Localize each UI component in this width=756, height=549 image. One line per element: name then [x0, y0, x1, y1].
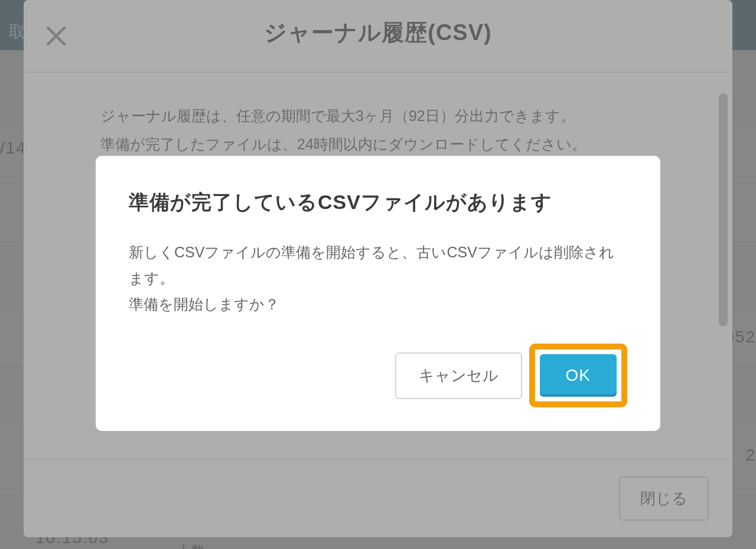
confirm-dialog: 準備が完了しているCSVファイルがあります 新しくCSVファイルの準備を開始する… [96, 156, 660, 431]
ok-button[interactable]: OK [540, 354, 617, 397]
confirm-body-line: 新しくCSVファイルの準備を開始すると、古いCSVファイルは削除されます。 [129, 240, 627, 292]
confirm-backdrop: 準備が完了しているCSVファイルがあります 新しくCSVファイルの準備を開始する… [0, 0, 756, 549]
confirm-body: 新しくCSVファイルの準備を開始すると、古いCSVファイルは削除されます。 準備… [129, 240, 627, 317]
confirm-body-line: 準備を開始しますか？ [129, 292, 627, 318]
confirm-actions: キャンセル OK [129, 344, 627, 407]
confirm-title: 準備が完了しているCSVファイルがあります [129, 189, 627, 216]
cancel-button[interactable]: キャンセル [395, 352, 522, 399]
first-modal-backdrop: ジャーナル履歴(CSV) ジャーナル履歴は、任意の期間で最大3ヶ月（92日）分出… [0, 0, 756, 549]
ok-highlight-frame: OK [529, 344, 627, 407]
